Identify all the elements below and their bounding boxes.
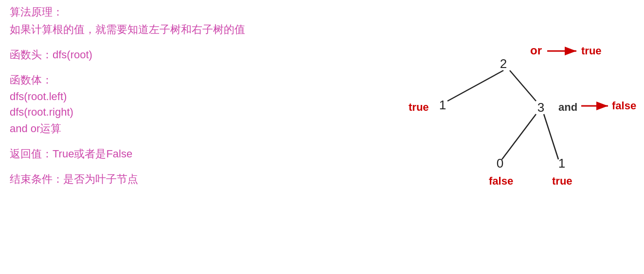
func-body-section: 函数体： dfs(root.left) dfs(root.right) and … [10, 73, 282, 136]
svg-line-3 [544, 114, 558, 159]
label-false-rl: false [489, 175, 513, 187]
tree-diagram: 2 1 3 0 1 or true true and false false t… [379, 5, 632, 257]
subtitle-line: 如果计算根的值，就需要知道左子树和右子树的值 [10, 22, 282, 37]
func-body-label: 函数体： [10, 73, 282, 87]
return-section: 返回值：True或者是False [10, 147, 282, 161]
func-head-label: 函数头：dfs(root) [10, 48, 282, 62]
svg-line-1 [510, 70, 536, 101]
label-and-result: false [612, 100, 636, 112]
title-line: 算法原理： [10, 5, 282, 19]
return-label: 返回值：True或者是False [10, 147, 282, 161]
left-panel: 算法原理： 如果计算根的值，就需要知道左子树和右子树的值 函数头：dfs(roo… [10, 5, 282, 197]
label-true-left: true [409, 101, 429, 113]
node-rr: 1 [558, 156, 565, 171]
svg-line-0 [447, 70, 503, 101]
label-or: or [530, 44, 542, 57]
label-and: and [558, 101, 577, 113]
body-line1: dfs(root.left) [10, 90, 282, 103]
node-right: 3 [537, 100, 544, 115]
node-rl: 0 [497, 156, 503, 171]
tree-svg: 2 1 3 0 1 or true true and false false t… [379, 5, 632, 257]
node-left: 1 [439, 98, 446, 112]
end-label: 结束条件：是否为叶子节点 [10, 172, 282, 187]
algo-principle-section: 算法原理： 如果计算根的值，就需要知道左子树和右子树的值 [10, 5, 282, 37]
body-line2: dfs(root.right) [10, 106, 282, 119]
label-true-rr: true [552, 175, 572, 187]
node-root: 2 [500, 56, 507, 71]
body-line3: and or运算 [10, 121, 282, 136]
func-head-section: 函数头：dfs(root) [10, 48, 282, 62]
end-section: 结束条件：是否为叶子节点 [10, 172, 282, 187]
svg-line-2 [502, 114, 536, 159]
label-or-result: true [581, 45, 602, 57]
